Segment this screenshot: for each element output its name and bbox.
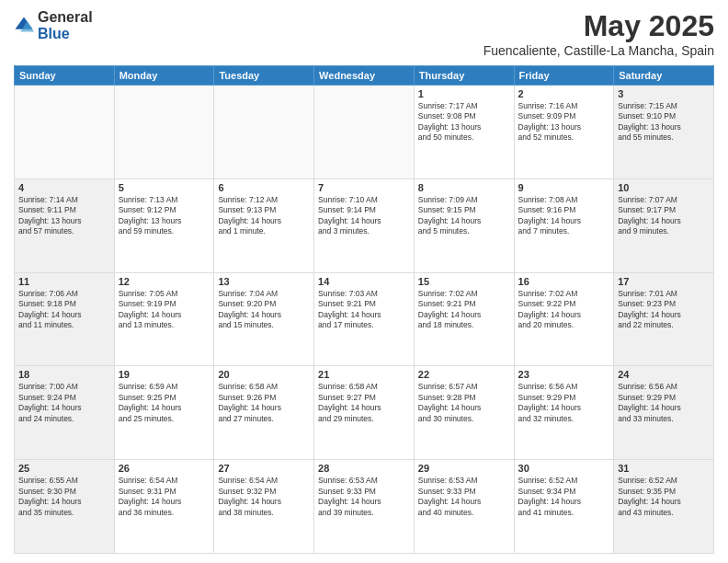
day-cell: 10Sunrise: 7:07 AMSunset: 9:17 PMDayligh… (614, 178, 714, 272)
day-number: 21 (318, 369, 410, 380)
day-cell: 31Sunrise: 6:52 AMSunset: 9:35 PMDayligh… (614, 460, 714, 554)
week-row-2: 11Sunrise: 7:06 AMSunset: 9:18 PMDayligh… (15, 272, 714, 366)
day-info: Sunrise: 7:14 AMSunset: 9:11 PMDaylight:… (18, 195, 110, 237)
day-cell: 7Sunrise: 7:10 AMSunset: 9:14 PMDaylight… (314, 178, 415, 272)
day-number: 13 (218, 276, 310, 287)
week-row-3: 18Sunrise: 7:00 AMSunset: 9:24 PMDayligh… (15, 366, 714, 460)
day-cell: 26Sunrise: 6:54 AMSunset: 9:31 PMDayligh… (114, 460, 214, 554)
day-info: Sunrise: 7:04 AMSunset: 9:20 PMDaylight:… (218, 289, 310, 331)
day-cell (314, 86, 415, 179)
day-cell: 27Sunrise: 6:54 AMSunset: 9:32 PMDayligh… (214, 460, 314, 554)
day-number: 15 (418, 276, 510, 287)
day-info: Sunrise: 7:08 AMSunset: 9:16 PMDaylight:… (518, 195, 610, 237)
day-cell: 3Sunrise: 7:15 AMSunset: 9:10 PMDaylight… (614, 86, 714, 179)
day-info: Sunrise: 7:12 AMSunset: 9:13 PMDaylight:… (218, 195, 310, 237)
col-tuesday: Tuesday (214, 66, 314, 86)
day-cell: 14Sunrise: 7:03 AMSunset: 9:21 PMDayligh… (314, 272, 415, 366)
day-info: Sunrise: 7:07 AMSunset: 9:17 PMDaylight:… (618, 195, 710, 237)
day-number: 20 (218, 369, 310, 380)
day-number: 18 (18, 369, 110, 380)
day-number: 22 (418, 369, 510, 380)
week-row-4: 25Sunrise: 6:55 AMSunset: 9:30 PMDayligh… (15, 460, 714, 554)
day-cell: 21Sunrise: 6:58 AMSunset: 9:27 PMDayligh… (314, 366, 415, 460)
day-cell: 6Sunrise: 7:12 AMSunset: 9:13 PMDaylight… (214, 178, 314, 272)
day-cell: 25Sunrise: 6:55 AMSunset: 9:30 PMDayligh… (15, 460, 115, 554)
week-row-0: 1Sunrise: 7:17 AMSunset: 9:08 PMDaylight… (15, 86, 714, 179)
day-number: 28 (318, 463, 410, 474)
day-number: 8 (418, 182, 510, 193)
day-number: 19 (119, 369, 210, 380)
day-info: Sunrise: 7:15 AMSunset: 9:10 PMDaylight:… (618, 101, 710, 144)
day-number: 7 (318, 182, 410, 193)
day-cell: 1Sunrise: 7:17 AMSunset: 9:08 PMDaylight… (414, 86, 514, 179)
day-info: Sunrise: 7:02 AMSunset: 9:21 PMDaylight:… (418, 289, 510, 331)
day-info: Sunrise: 7:16 AMSunset: 9:09 PMDaylight:… (518, 101, 610, 144)
day-info: Sunrise: 7:00 AMSunset: 9:24 PMDaylight:… (18, 382, 110, 424)
day-info: Sunrise: 6:58 AMSunset: 9:27 PMDaylight:… (318, 382, 410, 424)
day-cell: 17Sunrise: 7:01 AMSunset: 9:23 PMDayligh… (614, 272, 714, 366)
day-info: Sunrise: 6:58 AMSunset: 9:26 PMDaylight:… (218, 382, 310, 424)
day-cell: 20Sunrise: 6:58 AMSunset: 9:26 PMDayligh… (214, 366, 314, 460)
day-cell (15, 86, 115, 179)
header-row: Sunday Monday Tuesday Wednesday Thursday… (15, 66, 714, 86)
day-info: Sunrise: 6:53 AMSunset: 9:33 PMDaylight:… (318, 476, 410, 518)
day-cell: 28Sunrise: 6:53 AMSunset: 9:33 PMDayligh… (314, 460, 415, 554)
page: General Blue May 2025 Fuencaliente, Cast… (0, 0, 728, 563)
col-friday: Friday (514, 66, 614, 86)
day-number: 14 (318, 276, 410, 287)
day-info: Sunrise: 7:13 AMSunset: 9:12 PMDaylight:… (119, 195, 210, 237)
day-number: 4 (18, 182, 110, 193)
day-number: 16 (518, 276, 610, 287)
day-info: Sunrise: 7:01 AMSunset: 9:23 PMDaylight:… (618, 289, 710, 331)
location: Fuencaliente, Castille-La Mancha, Spain (483, 43, 714, 58)
day-number: 10 (618, 182, 710, 193)
day-cell: 23Sunrise: 6:56 AMSunset: 9:29 PMDayligh… (514, 366, 614, 460)
day-cell: 11Sunrise: 7:06 AMSunset: 9:18 PMDayligh… (15, 272, 115, 366)
day-number: 31 (618, 463, 710, 474)
col-wednesday: Wednesday (314, 66, 415, 86)
calendar: Sunday Monday Tuesday Wednesday Thursday… (14, 65, 714, 554)
day-cell (114, 86, 214, 179)
day-cell: 29Sunrise: 6:53 AMSunset: 9:33 PMDayligh… (414, 460, 514, 554)
day-cell: 16Sunrise: 7:02 AMSunset: 9:22 PMDayligh… (514, 272, 614, 366)
day-number: 2 (518, 88, 610, 99)
day-info: Sunrise: 6:56 AMSunset: 9:29 PMDaylight:… (618, 382, 710, 424)
day-cell (214, 86, 314, 179)
day-number: 25 (18, 463, 110, 474)
day-info: Sunrise: 7:02 AMSunset: 9:22 PMDaylight:… (518, 289, 610, 331)
header: General Blue May 2025 Fuencaliente, Cast… (14, 9, 714, 58)
calendar-body: 1Sunrise: 7:17 AMSunset: 9:08 PMDaylight… (15, 86, 714, 554)
logo-text: General Blue (38, 9, 93, 41)
col-sunday: Sunday (15, 66, 115, 86)
day-number: 11 (18, 276, 110, 287)
logo: General Blue (14, 9, 93, 41)
day-number: 24 (618, 369, 710, 380)
day-number: 6 (218, 182, 310, 193)
day-number: 27 (218, 463, 310, 474)
day-cell: 5Sunrise: 7:13 AMSunset: 9:12 PMDaylight… (114, 178, 214, 272)
day-cell: 19Sunrise: 6:59 AMSunset: 9:25 PMDayligh… (114, 366, 214, 460)
day-cell: 18Sunrise: 7:00 AMSunset: 9:24 PMDayligh… (15, 366, 115, 460)
day-cell: 12Sunrise: 7:05 AMSunset: 9:19 PMDayligh… (114, 272, 214, 366)
title-section: May 2025 Fuencaliente, Castille-La Manch… (483, 9, 714, 58)
day-number: 26 (119, 463, 210, 474)
day-cell: 13Sunrise: 7:04 AMSunset: 9:20 PMDayligh… (214, 272, 314, 366)
day-number: 1 (418, 88, 510, 99)
day-info: Sunrise: 6:56 AMSunset: 9:29 PMDaylight:… (518, 382, 610, 424)
day-info: Sunrise: 7:09 AMSunset: 9:15 PMDaylight:… (418, 195, 510, 237)
day-info: Sunrise: 6:54 AMSunset: 9:31 PMDaylight:… (119, 476, 210, 518)
day-info: Sunrise: 7:03 AMSunset: 9:21 PMDaylight:… (318, 289, 410, 331)
logo-blue: Blue (38, 26, 93, 42)
day-cell: 30Sunrise: 6:52 AMSunset: 9:34 PMDayligh… (514, 460, 614, 554)
day-cell: 22Sunrise: 6:57 AMSunset: 9:28 PMDayligh… (414, 366, 514, 460)
day-info: Sunrise: 6:52 AMSunset: 9:35 PMDaylight:… (618, 476, 710, 518)
day-info: Sunrise: 7:17 AMSunset: 9:08 PMDaylight:… (418, 101, 510, 144)
logo-icon (14, 16, 34, 36)
day-info: Sunrise: 7:05 AMSunset: 9:19 PMDaylight:… (119, 289, 210, 331)
day-cell: 2Sunrise: 7:16 AMSunset: 9:09 PMDaylight… (514, 86, 614, 179)
logo-general: General (38, 9, 93, 26)
day-number: 30 (518, 463, 610, 474)
day-cell: 24Sunrise: 6:56 AMSunset: 9:29 PMDayligh… (614, 366, 714, 460)
day-info: Sunrise: 6:59 AMSunset: 9:25 PMDaylight:… (119, 382, 210, 424)
day-cell: 4Sunrise: 7:14 AMSunset: 9:11 PMDaylight… (15, 178, 115, 272)
